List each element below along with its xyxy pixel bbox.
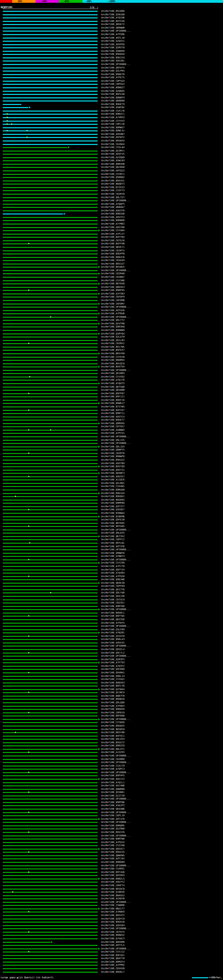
hit-label[interactable]: UniRef100_B9HXM8	[101, 941, 124, 944]
hit-alignment-bar[interactable]	[3, 852, 98, 853]
hit-label[interactable]: UniRef100_B9RKN9	[101, 861, 124, 864]
hit-alignment-bar[interactable]	[3, 849, 98, 850]
hit-alignment-bar[interactable]	[3, 247, 98, 248]
hit-alignment-bar[interactable]	[3, 795, 98, 797]
hit-label[interactable]: UniRef100_A9T1F0	[101, 818, 124, 821]
hit-label[interactable]: UniRef100_B9H1E2	[101, 458, 124, 462]
hit-label[interactable]: UniRef100_B91W55	[101, 266, 124, 269]
hit-label[interactable]: UniRef100_A2Q551	[101, 40, 124, 43]
hit-alignment-bar[interactable]	[3, 486, 98, 487]
hit-alignment-bar[interactable]	[3, 307, 98, 308]
hit-alignment-bar[interactable]	[3, 167, 98, 168]
hit-label[interactable]: UniRef100_Q6K9X3	[101, 286, 124, 289]
hit-label[interactable]: UniRef100_A7YM63	[101, 223, 124, 226]
hit-label[interactable]: UniRef100_B9HET9	[101, 103, 124, 107]
hit-label[interactable]: UniRef100_Q9MVH5	[101, 422, 124, 425]
hit-label[interactable]: UniRef100_C5Y299	[101, 562, 124, 565]
hit-label[interactable]: UniRef100_UPI0000...	[101, 435, 130, 439]
hit-label[interactable]: UniRef100_UPI0000...	[101, 811, 130, 815]
hit-alignment-bar[interactable]	[3, 676, 98, 677]
hit-label[interactable]: UniRef100_A9TIP8	[101, 545, 124, 549]
hit-label[interactable]: UniRef100_Q9LXX3	[101, 738, 124, 741]
hit-alignment-bar[interactable]	[3, 945, 98, 946]
hit-alignment-bar[interactable]	[3, 446, 98, 447]
hit-label[interactable]: UniRef100_Q9DL14	[101, 675, 124, 678]
hit-label[interactable]: UniRef100_A9U7F2	[101, 881, 124, 884]
hit-label[interactable]: UniRef100_C0PFC2	[101, 538, 124, 542]
hit-alignment-bar[interactable]	[3, 104, 21, 105]
hit-label[interactable]: UniRef100_B95327	[101, 262, 124, 266]
hit-label[interactable]: UniRef100_Q6VE71	[101, 246, 124, 249]
hit-label[interactable]: UniRef100_B9RT11	[101, 412, 124, 415]
hit-label[interactable]: UniRef100_A952B1	[101, 59, 124, 63]
hit-label[interactable]: UniRef100_UPI0000...	[101, 63, 130, 67]
hit-alignment-bar[interactable]	[3, 812, 98, 813]
hit-alignment-bar[interactable]	[3, 97, 98, 99]
hit-alignment-bar[interactable]	[3, 387, 98, 388]
hit-label[interactable]: UniRef100_B4FXC1	[101, 735, 124, 738]
hit-alignment-bar[interactable]	[3, 24, 98, 25]
hit-alignment-bar[interactable]	[3, 353, 98, 354]
hit-label[interactable]: UniRef100_B9RDV2	[101, 934, 124, 937]
hit-alignment-bar[interactable]	[3, 679, 98, 680]
hit-label[interactable]: UniRef100_UPI0000...	[101, 369, 130, 372]
hit-alignment-bar[interactable]	[3, 357, 98, 358]
hit-label[interactable]: UniRef100_Q3LFR9	[101, 628, 124, 632]
hit-alignment-bar[interactable]	[3, 516, 98, 517]
hit-alignment-bar[interactable]	[3, 832, 98, 833]
hit-label[interactable]: UniRef100_Q66B88	[101, 99, 124, 103]
hit-label[interactable]: UniRef100_UPI0000...	[101, 558, 130, 562]
hit-alignment-bar[interactable]	[3, 719, 98, 720]
hit-label[interactable]: UniRef100_Q9L1U5	[101, 445, 124, 449]
hit-alignment-bar[interactable]	[3, 479, 98, 480]
hit-alignment-bar[interactable]	[3, 825, 98, 826]
hit-alignment-bar[interactable]	[3, 380, 98, 381]
hit-label[interactable]: UniRef100_C5YJ12	[101, 950, 124, 954]
hit-label[interactable]: UniRef100_C0P5G3	[101, 83, 124, 86]
hit-label[interactable]: UniRef100_A95HB7	[101, 133, 124, 136]
hit-alignment-bar[interactable]	[3, 696, 98, 697]
hit-label[interactable]: UniRef100_Q9LTV7	[101, 196, 124, 200]
hit-label[interactable]: UniRef100_B65YK0	[101, 352, 124, 356]
hit-label[interactable]: UniRef100_B8B7F0	[101, 695, 124, 698]
hit-alignment-bar[interactable]	[3, 370, 98, 371]
hit-label[interactable]: UniRef100_A9TJX4	[101, 857, 124, 861]
hit-alignment-bar[interactable]	[3, 682, 98, 684]
hit-label[interactable]: UniRef100_B9GQV5	[101, 724, 124, 728]
hit-label[interactable]: UniRef100_Q05K72	[101, 23, 124, 26]
hit-label[interactable]: UniRef100_B91QC8	[101, 362, 124, 366]
hit-alignment-bar[interactable]	[3, 267, 98, 268]
hit-label[interactable]: UniRef100_A7R0K9	[101, 910, 124, 914]
hit-alignment-bar[interactable]	[3, 762, 98, 763]
hit-alignment-bar[interactable]	[3, 579, 98, 580]
hit-alignment-bar[interactable]	[3, 702, 98, 703]
hit-alignment-bar[interactable]	[3, 616, 98, 617]
hit-alignment-bar[interactable]	[3, 396, 98, 397]
hit-label[interactable]: UniRef100_B9E234	[101, 56, 124, 60]
hit-alignment-bar[interactable]	[3, 38, 98, 38]
hit-label[interactable]: UniRef100_Q8RNW0	[101, 26, 124, 30]
hit-label[interactable]: UniRef100_B9S5Y6	[101, 831, 124, 834]
hit-alignment-bar[interactable]	[3, 898, 98, 899]
hit-alignment-bar[interactable]	[3, 632, 98, 633]
hit-alignment-bar[interactable]	[3, 47, 98, 48]
hit-label[interactable]: UniRef100_B9EVU1	[101, 180, 124, 183]
hit-alignment-bar[interactable]	[3, 722, 98, 723]
hit-alignment-bar[interactable]	[3, 736, 98, 737]
hit-alignment-bar[interactable]	[3, 293, 98, 294]
hit-alignment-bar[interactable]	[3, 410, 98, 411]
hit-label[interactable]: UniRef100_B3DWA4	[101, 512, 124, 515]
hit-alignment-bar[interactable]	[3, 563, 98, 563]
hit-label[interactable]: UniRef100_C62RT4	[101, 249, 124, 253]
hit-alignment-bar[interactable]	[3, 928, 98, 929]
hit-label[interactable]: UniRef100_B9K8U1	[101, 495, 124, 498]
hit-label[interactable]: UniRef100_B6TEK0	[101, 282, 124, 286]
hit-alignment-bar[interactable]	[3, 57, 98, 59]
hit-alignment-bar[interactable]	[3, 310, 98, 311]
hit-alignment-bar[interactable]	[3, 230, 98, 231]
hit-label[interactable]: UniRef100_Q0J8U0	[101, 166, 124, 169]
hit-label[interactable]: UniRef100_C6T5C9	[101, 598, 124, 602]
hit-alignment-bar[interactable]	[3, 466, 98, 467]
hit-alignment-bar[interactable]	[3, 340, 98, 341]
hit-alignment-bar[interactable]	[3, 493, 98, 494]
